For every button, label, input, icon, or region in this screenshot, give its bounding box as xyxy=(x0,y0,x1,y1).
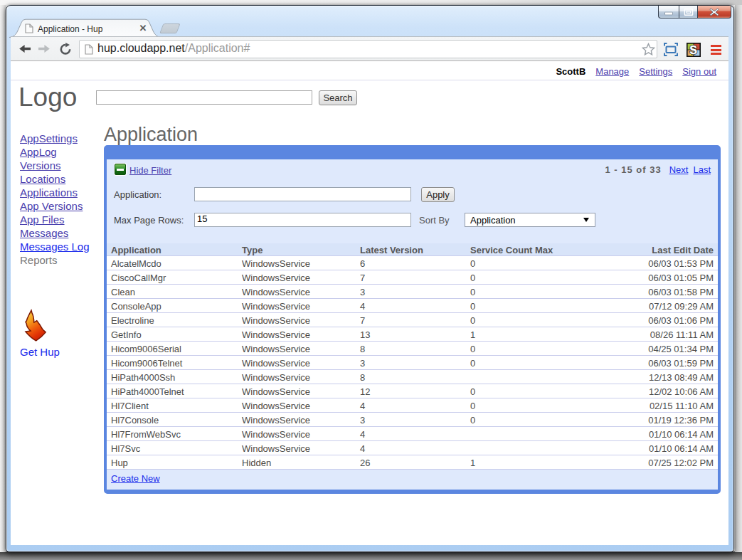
svg-text:S: S xyxy=(689,44,697,56)
